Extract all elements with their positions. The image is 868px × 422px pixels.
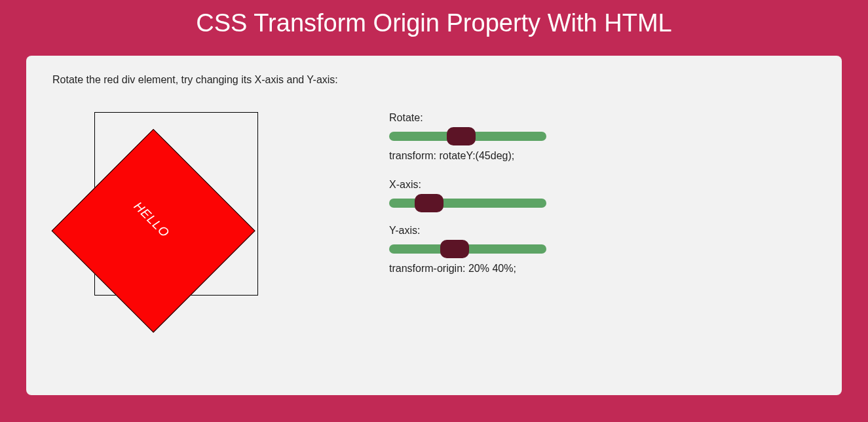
rotate-slider[interactable] xyxy=(389,132,546,141)
demo-panel: Rotate the red div element, try changing… xyxy=(26,56,842,395)
page-title: CSS Transform Origin Property With HTML xyxy=(0,0,868,56)
hello-text: HELLO xyxy=(131,199,172,240)
instruction-text: Rotate the red div element, try changing… xyxy=(52,74,816,86)
content-row: HELLO Rotate: transform: rotateY:(45deg)… xyxy=(52,112,816,296)
y-axis-slider[interactable] xyxy=(389,244,546,254)
y-axis-label: Y-axis: xyxy=(389,225,586,237)
origin-output: transform-origin: 20% 40%; xyxy=(389,263,586,275)
y-axis-group: Y-axis: transform-origin: 20% 40%; xyxy=(389,225,586,275)
x-axis-slider[interactable] xyxy=(389,199,546,208)
demo-container: HELLO xyxy=(94,112,258,296)
rotate-group: Rotate: transform: rotateY:(45deg); xyxy=(389,112,586,162)
controls-column: Rotate: transform: rotateY:(45deg); X-ax… xyxy=(389,112,586,292)
hello-box: HELLO xyxy=(52,129,255,333)
rotate-label: Rotate: xyxy=(389,112,586,124)
rotate-output: transform: rotateY:(45deg); xyxy=(389,150,586,162)
x-axis-group: X-axis: xyxy=(389,179,586,208)
x-axis-label: X-axis: xyxy=(389,179,586,191)
